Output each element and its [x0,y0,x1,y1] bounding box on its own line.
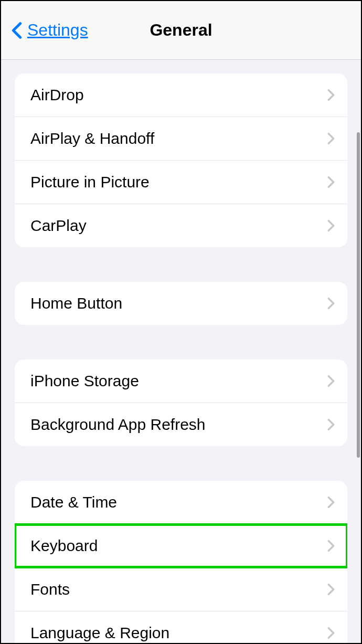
settings-row-background-app-refresh[interactable]: Background App Refresh [15,403,347,446]
chevron-left-icon [12,22,22,39]
navigation-bar: Settings General [1,1,361,60]
content-scroll[interactable]: AirDrop AirPlay & Handoff Picture in Pic… [1,60,361,643]
chevron-right-icon [327,583,335,596]
chevron-right-icon [327,89,335,101]
row-label: Fonts [30,580,70,598]
settings-row-language-region[interactable]: Language & Region [15,611,347,643]
chevron-right-icon [327,297,335,310]
row-label: CarPlay [30,217,87,235]
settings-row-home-button[interactable]: Home Button [15,282,347,325]
settings-row-date-time[interactable]: Date & Time [15,481,347,524]
row-label: Keyboard [30,537,98,555]
settings-group: Home Button [15,282,347,325]
back-button[interactable]: Settings [12,20,88,40]
row-label: iPhone Storage [30,372,139,390]
back-label: Settings [27,20,88,40]
row-label: Home Button [30,294,122,312]
settings-row-carplay[interactable]: CarPlay [15,204,347,247]
settings-row-fonts[interactable]: Fonts [15,568,347,611]
chevron-right-icon [327,375,335,387]
chevron-right-icon [327,176,335,188]
row-label: AirPlay & Handoff [30,130,154,147]
settings-row-iphone-storage[interactable]: iPhone Storage [15,360,347,403]
chevron-right-icon [327,627,335,639]
chevron-right-icon [327,132,335,145]
scrollbar[interactable] [357,132,360,458]
settings-group: AirDrop AirPlay & Handoff Picture in Pic… [15,73,347,247]
chevron-right-icon [327,219,335,232]
row-label: Language & Region [30,624,169,642]
chevron-right-icon [327,418,335,431]
settings-row-picture-in-picture[interactable]: Picture in Picture [15,161,347,204]
settings-group: iPhone Storage Background App Refresh [15,360,347,446]
chevron-right-icon [327,540,335,552]
row-label: Date & Time [30,493,117,511]
settings-row-airplay-handoff[interactable]: AirPlay & Handoff [15,117,347,161]
chevron-right-icon [327,496,335,509]
settings-group: Date & Time Keyboard Fonts Language & Re… [15,481,347,643]
row-label: AirDrop [30,86,84,104]
settings-row-keyboard[interactable]: Keyboard [15,524,347,568]
page-title: General [150,20,212,40]
row-label: Background App Refresh [30,416,206,434]
settings-row-airdrop[interactable]: AirDrop [15,73,347,117]
row-label: Picture in Picture [30,173,150,191]
